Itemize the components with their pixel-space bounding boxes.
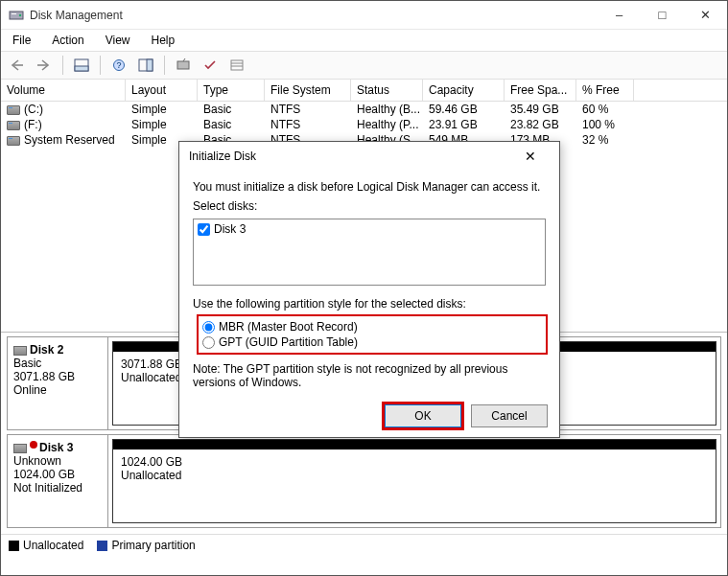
partition-stripe — [113, 440, 716, 449]
disk-checkbox[interactable] — [198, 223, 210, 236]
menu-view[interactable]: View — [102, 32, 134, 49]
back-button[interactable] — [7, 55, 28, 76]
disk-management-window: Disk Management – □ ✕ File Action View H… — [0, 0, 728, 576]
radio-gpt-label: GPT (GUID Partition Table) — [219, 335, 358, 349]
disk-info: Disk 2Basic3071.88 GBOnline — [8, 337, 108, 429]
legend: Unallocated Primary partition — [1, 534, 727, 555]
header-layout[interactable]: Layout — [126, 80, 198, 101]
disk-select-list: Disk 3 — [193, 219, 546, 286]
disk-info: Disk 3Unknown1024.00 GBNot Initialized — [8, 435, 108, 527]
radio-mbr[interactable] — [202, 321, 215, 334]
volume-icon — [7, 121, 20, 130]
list-button[interactable] — [226, 55, 247, 76]
radio-gpt-row[interactable]: GPT (GUID Partition Table) — [202, 334, 542, 350]
grid-header: Volume Layout Type File System Status Ca… — [1, 80, 727, 102]
volume-row[interactable]: (F:)SimpleBasicNTFSHealthy (P...23.91 GB… — [1, 117, 727, 132]
menu-help[interactable]: Help — [148, 32, 179, 49]
refresh-button[interactable] — [173, 55, 194, 76]
separator — [100, 56, 101, 75]
partition-style-label: Use the following partition style for th… — [193, 297, 546, 311]
legend-unallocated: Unallocated — [9, 539, 83, 552]
svg-rect-4 — [75, 66, 88, 71]
separator — [164, 56, 165, 75]
swatch-blue — [97, 541, 107, 551]
minimize-button[interactable]: – — [598, 1, 641, 29]
header-volume[interactable]: Volume — [1, 80, 126, 101]
uninitialized-icon — [30, 441, 37, 449]
volume-icon — [7, 136, 20, 146]
dialog-note: Note: The GPT partition style is not rec… — [193, 362, 546, 389]
menu-file[interactable]: File — [9, 32, 35, 49]
initialize-disk-dialog: Initialize Disk ✕ You must initialize a … — [178, 141, 560, 438]
header-type[interactable]: Type — [198, 80, 265, 101]
header-pctfree[interactable]: % Free — [576, 80, 634, 101]
select-disks-label: Select disks: — [193, 199, 546, 213]
radio-gpt[interactable] — [202, 336, 215, 349]
menubar: File Action View Help — [1, 30, 727, 51]
menu-action[interactable]: Action — [48, 32, 87, 49]
header-capacity[interactable]: Capacity — [423, 80, 505, 101]
settings-button[interactable] — [135, 55, 156, 76]
disk-icon — [13, 444, 27, 453]
dialog-titlebar: Initialize Disk ✕ — [179, 142, 559, 171]
header-freespace[interactable]: Free Spa... — [505, 80, 576, 101]
dialog-title: Initialize Disk — [189, 150, 511, 163]
separator — [62, 56, 63, 75]
svg-rect-1 — [12, 13, 16, 14]
header-status[interactable]: Status — [351, 80, 423, 101]
svg-rect-9 — [177, 61, 189, 69]
disk-label: Disk 3 — [214, 222, 246, 236]
dialog-close-button[interactable]: ✕ — [511, 144, 550, 169]
svg-text:?: ? — [116, 60, 121, 70]
check-button[interactable] — [200, 55, 221, 76]
forward-button[interactable] — [34, 55, 55, 76]
panes-button[interactable] — [71, 55, 92, 76]
dialog-body: You must initialize a disk before Logica… — [179, 171, 559, 404]
window-title: Disk Management — [30, 9, 598, 22]
disk-block[interactable]: Disk 3Unknown1024.00 GBNot Initialized10… — [7, 434, 721, 528]
toolbar: ? — [1, 51, 727, 80]
close-button[interactable]: ✕ — [684, 1, 727, 29]
ok-button[interactable]: OK — [385, 404, 461, 427]
svg-rect-10 — [231, 60, 243, 70]
disk-mgmt-icon — [9, 8, 24, 23]
radio-mbr-row[interactable]: MBR (Master Boot Record) — [202, 319, 542, 334]
swatch-black — [9, 541, 19, 551]
svg-rect-8 — [147, 59, 153, 71]
radio-mbr-label: MBR (Master Boot Record) — [219, 320, 358, 334]
svg-point-2 — [19, 13, 21, 15]
help-button[interactable]: ? — [108, 55, 129, 76]
partition-label: 1024.00 GBUnallocated — [113, 449, 716, 522]
legend-primary: Primary partition — [97, 539, 195, 552]
disk-partition[interactable]: 1024.00 GBUnallocated — [112, 439, 716, 523]
volume-icon — [7, 105, 20, 115]
titlebar: Disk Management – □ ✕ — [1, 1, 727, 30]
cancel-button[interactable]: Cancel — [471, 404, 548, 427]
volume-row[interactable]: (C:)SimpleBasicNTFSHealthy (B...59.46 GB… — [1, 102, 727, 117]
disk-list-item[interactable]: Disk 3 — [198, 222, 541, 236]
dialog-button-row: OK Cancel — [385, 404, 548, 427]
maximize-button[interactable]: □ — [641, 1, 684, 29]
header-filesystem[interactable]: File System — [265, 80, 351, 101]
dialog-message: You must initialize a disk before Logica… — [193, 180, 546, 194]
disk-icon — [13, 346, 27, 356]
partition-style-group: MBR (Master Boot Record) GPT (GUID Parti… — [199, 316, 546, 353]
